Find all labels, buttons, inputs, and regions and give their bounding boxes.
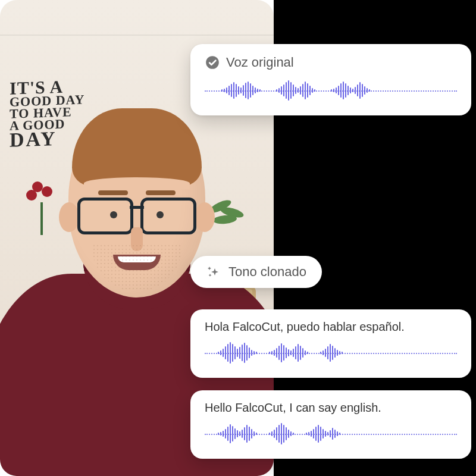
sparkles-icon (206, 264, 221, 280)
cloned-tone-chip: Tono clonado (190, 256, 322, 288)
waveform-es (205, 340, 457, 366)
cloned-tone-title: Tono clonado (228, 264, 306, 280)
waveform-original (205, 77, 457, 104)
clip-es-card: Hola FalcoCut, puedo hablar español. (190, 309, 471, 378)
feature-illustration: IT'S A GOOD DAY TO HAVE A GOOD DAY (0, 0, 476, 476)
clip-es-text: Hola FalcoCut, puedo hablar español. (205, 320, 457, 334)
check-circle-icon (205, 55, 220, 70)
waveform-en (205, 421, 457, 447)
voice-original-card: Voz original (190, 44, 471, 115)
voice-original-title: Voz original (226, 55, 294, 70)
clip-en-text: Hello FalcoCut, I can say english. (205, 401, 457, 415)
clip-en-card: Hello FalcoCut, I can say english. (190, 390, 471, 459)
svg-point-0 (206, 56, 219, 69)
